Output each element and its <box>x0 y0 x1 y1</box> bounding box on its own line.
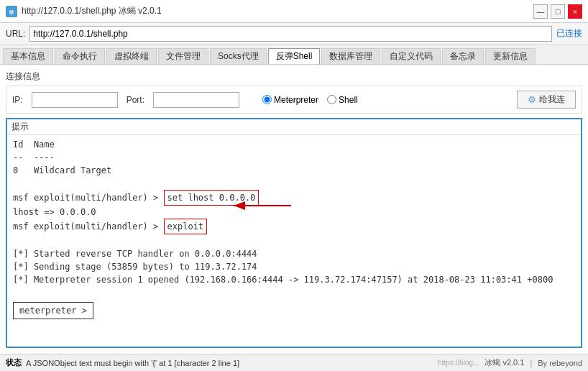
minimize-button[interactable]: — <box>533 4 548 19</box>
output-section: 提示 Id Name -- ---- 0 Wildcard Target msf… <box>6 118 582 348</box>
connect-icon: ⚙ <box>528 94 536 105</box>
radio-shell[interactable]: Shell <box>327 95 358 105</box>
output-line: Id Name <box>13 138 575 151</box>
title-bar-left: φ http://127.0.0.1/shell.php 冰蝎 v2.0.1 <box>6 5 162 17</box>
connection-row: IP: Port: Meterpreter Shell ⚙ 给我连 <box>6 86 582 114</box>
radio-meterpreter-input[interactable] <box>262 95 272 104</box>
tab-bar: 基本信息 命令执行 虚拟终端 文件管理 Socks代理 反弹Shell 数据库管… <box>0 45 588 65</box>
output-body[interactable]: Id Name -- ---- 0 Wildcard Target msf ex… <box>7 135 581 347</box>
output-line-cmd1: msf exploit(multi/handler) > set lhost 0… <box>13 190 575 206</box>
output-prompt-line: meterpreter > <box>13 299 575 319</box>
status-section: 状态 A JSONObject text must begin with '{'… <box>6 357 239 368</box>
status-watermark: https://blog... <box>438 359 479 367</box>
close-button[interactable]: × <box>568 4 582 19</box>
ip-label: IP: <box>12 95 23 105</box>
output-line: -- ---- <box>13 151 575 164</box>
status-bar: 状态 A JSONObject text must begin with '{'… <box>0 354 588 371</box>
tab-file-manage[interactable]: 文件管理 <box>158 48 208 64</box>
radio-meterpreter[interactable]: Meterpreter <box>262 95 318 105</box>
tab-virtual-term[interactable]: 虚拟终端 <box>106 48 157 64</box>
main-content: 连接信息 IP: Port: Meterpreter Shell ⚙ 给我连 <box>0 65 588 354</box>
tab-notes[interactable]: 备忘录 <box>442 48 484 64</box>
status-label: 状态 <box>6 357 22 368</box>
output-line <box>13 234 575 247</box>
url-bar: URL: 已连接 <box>0 23 588 45</box>
url-input[interactable] <box>29 26 552 42</box>
status-message: A JSONObject text must begin with '{' at… <box>26 359 239 367</box>
connect-button[interactable]: ⚙ 给我连 <box>517 91 576 109</box>
tab-update-info[interactable]: 更新信息 <box>485 48 536 64</box>
url-label: URL: <box>6 29 25 39</box>
output-line-cmd2: msf exploit(multi/handler) > exploit <box>13 219 575 234</box>
output-line: lhost => 0.0.0.0 <box>13 206 575 219</box>
title-text: http://127.0.0.1/shell.php 冰蝎 v2.0.1 <box>22 5 162 17</box>
connection-section-title: 连接信息 <box>6 70 582 83</box>
maximize-button[interactable]: □ <box>551 4 565 19</box>
tab-cmd-exec[interactable]: 命令执行 <box>55 48 105 64</box>
meterpreter-prompt: meterpreter > <box>13 302 93 319</box>
output-title: 提示 <box>7 119 581 135</box>
radio-shell-input[interactable] <box>327 95 336 104</box>
port-label: Port: <box>127 95 144 105</box>
output-line: 0 Wildcard Target <box>13 164 575 177</box>
tab-reverse-shell[interactable]: 反弹Shell <box>268 48 321 64</box>
radio-meterpreter-label: Meterpreter <box>274 95 318 105</box>
tab-custom-code[interactable]: 自定义代码 <box>382 48 441 64</box>
output-line-session: [*] Meterpreter session 1 opened (192.16… <box>13 273 575 286</box>
port-input[interactable] <box>153 92 239 108</box>
title-controls: — □ × <box>533 4 582 19</box>
output-line-sending: [*] Sending stage (53859 bytes) to 119.3… <box>13 260 575 273</box>
tab-db-manage[interactable]: 数据库管理 <box>321 48 380 64</box>
ip-input[interactable] <box>32 92 118 108</box>
status-author: By rebeyond <box>538 359 582 367</box>
app-icon: φ <box>6 6 17 17</box>
cmd-exploit: exploit <box>164 219 208 234</box>
output-line <box>13 177 575 190</box>
status-right-section: https://blog... 冰蝎 v2.0.1 | By rebeyond <box>438 357 582 368</box>
output-line-started: [*] Started reverse TCP handler on 0.0.0… <box>13 247 575 260</box>
cmd-set-lhost: set lhost 0.0.0.0 <box>164 190 259 206</box>
connected-badge: 已连接 <box>556 27 582 40</box>
radio-group: Meterpreter Shell <box>262 95 358 105</box>
connection-section: 连接信息 IP: Port: Meterpreter Shell ⚙ 给我连 <box>6 70 582 114</box>
status-version: 冰蝎 v2.0.1 <box>484 357 524 368</box>
connect-button-label: 给我连 <box>539 93 565 106</box>
tab-socks-proxy[interactable]: Socks代理 <box>210 48 267 64</box>
output-line <box>13 286 575 299</box>
title-bar: φ http://127.0.0.1/shell.php 冰蝎 v2.0.1 —… <box>0 0 588 23</box>
tab-basic-info[interactable]: 基本信息 <box>3 48 53 64</box>
radio-shell-label: Shell <box>339 95 358 105</box>
status-separator: | <box>530 359 532 367</box>
